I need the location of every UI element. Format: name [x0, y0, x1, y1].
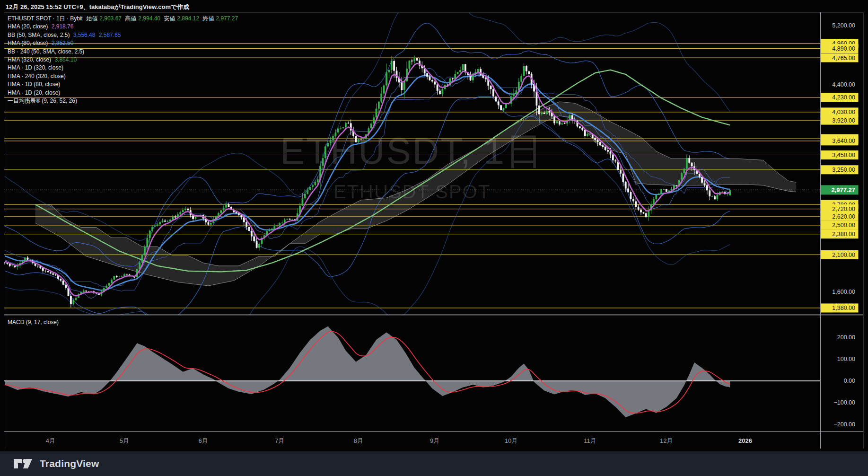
macd-area — [5, 326, 730, 417]
level-label: 2,380.00 — [832, 231, 855, 238]
price-label: 1,600.00 — [832, 289, 855, 295]
time-label: 9月 — [430, 437, 439, 444]
level-label: 3,920.00 — [832, 117, 855, 124]
level-label: 2,720.00 — [832, 206, 855, 212]
time-label: 7月 — [275, 437, 284, 444]
time-label: 6月 — [199, 437, 208, 444]
macd-scale-label: 200.00 — [837, 334, 855, 341]
tradingview-logo — [13, 458, 35, 470]
level-label: 2,100.00 — [832, 252, 855, 258]
time-label: 8月 — [354, 437, 363, 444]
time-label: 12月 — [660, 437, 673, 444]
price-label: 5,200.00 — [832, 22, 855, 29]
macd-scale-label: −100.00 — [833, 399, 855, 406]
level-label: 2,500.00 — [832, 222, 855, 229]
time-label: 5月 — [120, 437, 129, 444]
time-label: 2026 — [738, 437, 752, 444]
level-label: 4,765.00 — [832, 55, 855, 62]
last-price-label: 2,977.27 — [831, 186, 855, 194]
level-label: 3,250.00 — [832, 167, 855, 173]
hma320-line — [35, 70, 730, 272]
time-label: 11月 — [584, 437, 596, 444]
price-chart[interactable]: 5,200.004,400.001,600.004,960.004,890.00… — [0, 0, 868, 451]
time-label: 4月 — [46, 437, 55, 444]
chart-window: ETHUSDT, 1日 ETHUSDT SPOT ETHUSDT SPOT · … — [0, 0, 868, 476]
time-label: 10月 — [505, 437, 517, 444]
candles — [4, 55, 731, 307]
creation-caption: 12月 26, 2025 15:52 UTC+9、takatabaがTradin… — [6, 3, 189, 11]
price-scale[interactable]: 5,200.004,400.001,600.004,960.004,890.00… — [821, 22, 859, 427]
level-label: 4,230.00 — [832, 94, 855, 101]
level-label: 1,380.00 — [832, 305, 855, 311]
price-label: 4,400.00 — [832, 81, 855, 88]
level-label: 4,030.00 — [832, 109, 855, 115]
main-pane[interactable] — [4, 0, 820, 350]
macd-scale-label: 100.00 — [837, 356, 855, 362]
macd-pane[interactable] — [4, 326, 820, 417]
time-scale[interactable]: 4月5月6月7月8月9月10月11月12月2026 — [46, 437, 752, 444]
macd-scale-label: −200.00 — [833, 421, 855, 428]
level-label: 3,450.00 — [832, 152, 855, 159]
footer-bar: TradingView — [0, 451, 868, 476]
brand-name[interactable]: TradingView — [40, 458, 99, 469]
level-label: 2,620.00 — [832, 213, 855, 220]
macd-scale-label: 0.00 — [844, 378, 855, 384]
level-label: 4,890.00 — [832, 45, 855, 52]
level-label: 3,640.00 — [832, 138, 855, 144]
